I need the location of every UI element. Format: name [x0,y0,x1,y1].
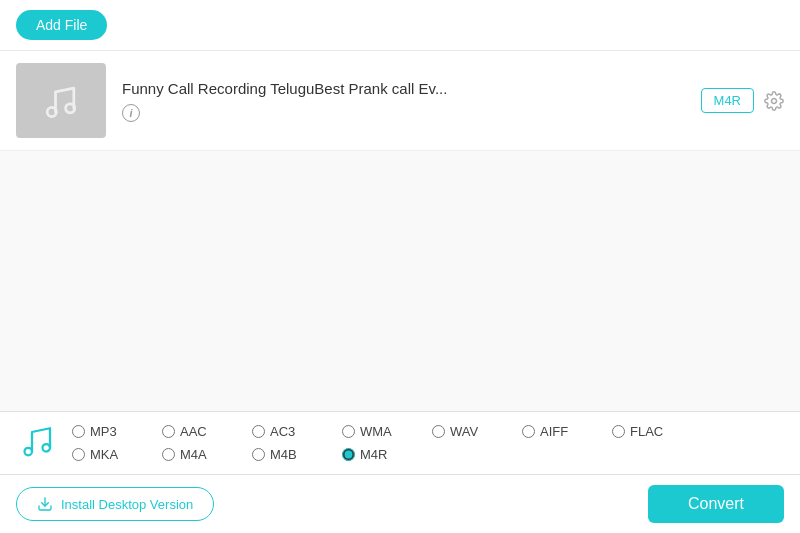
format-option-aiff[interactable]: AIFF [522,422,612,441]
format-row-2: MKA M4A M4B M4R [72,445,780,464]
file-thumbnail [16,63,106,138]
format-option-m4b[interactable]: M4B [252,445,342,464]
format-radio-m4a[interactable] [162,448,175,461]
info-icon[interactable]: i [122,104,140,122]
format-option-m4a[interactable]: M4A [162,445,252,464]
format-label-m4b: M4B [270,447,297,462]
settings-button[interactable] [764,91,784,111]
svg-point-1 [66,103,75,112]
format-radio-aac[interactable] [162,425,175,438]
svg-point-3 [25,448,33,456]
svg-point-2 [772,98,777,103]
format-bar: MP3 AAC AC3 WMA WAV AIFF [0,411,800,474]
format-row-1: MP3 AAC AC3 WMA WAV AIFF [72,422,780,441]
format-option-aac[interactable]: AAC [162,422,252,441]
install-desktop-button[interactable]: Install Desktop Version [16,487,214,521]
bottom-bar: Install Desktop Version Convert [0,474,800,533]
format-options: MP3 AAC AC3 WMA WAV AIFF [72,422,780,464]
format-label-m4r: M4R [360,447,387,462]
format-label-wma: WMA [360,424,392,439]
install-label: Install Desktop Version [61,497,193,512]
format-radio-mp3[interactable] [72,425,85,438]
file-actions: M4R [701,88,784,113]
header-bar: Add File [0,0,800,51]
svg-point-4 [43,444,51,452]
format-label-ac3: AC3 [270,424,295,439]
format-option-flac[interactable]: FLAC [612,422,702,441]
format-option-ac3[interactable]: AC3 [252,422,342,441]
format-label-wav: WAV [450,424,478,439]
add-file-button[interactable]: Add File [16,10,107,40]
format-label-aiff: AIFF [540,424,568,439]
gear-icon [764,91,784,111]
format-option-mka[interactable]: MKA [72,445,162,464]
format-radio-aiff[interactable] [522,425,535,438]
format-radio-ac3[interactable] [252,425,265,438]
format-badge-button[interactable]: M4R [701,88,754,113]
file-name: Funny Call Recording TeluguBest Prank ca… [122,80,685,97]
format-label-flac: FLAC [630,424,663,439]
format-radio-flac[interactable] [612,425,625,438]
format-radio-m4b[interactable] [252,448,265,461]
format-radio-m4r[interactable] [342,448,355,461]
format-option-wma[interactable]: WMA [342,422,432,441]
format-radio-mka[interactable] [72,448,85,461]
format-label-aac: AAC [180,424,207,439]
format-radio-wav[interactable] [432,425,445,438]
format-option-mp3[interactable]: MP3 [72,422,162,441]
file-item: Funny Call Recording TeluguBest Prank ca… [0,51,800,151]
convert-button[interactable]: Convert [648,485,784,523]
format-label-m4a: M4A [180,447,207,462]
format-option-wav[interactable]: WAV [432,422,522,441]
format-label-mp3: MP3 [90,424,117,439]
file-info: Funny Call Recording TeluguBest Prank ca… [122,80,685,122]
format-label-mka: MKA [90,447,118,462]
main-content: Funny Call Recording TeluguBest Prank ca… [0,51,800,411]
format-radio-wma[interactable] [342,425,355,438]
download-icon [37,496,53,512]
format-music-icon [20,423,56,463]
format-option-m4r[interactable]: M4R [342,445,432,464]
music-icon [39,79,83,123]
